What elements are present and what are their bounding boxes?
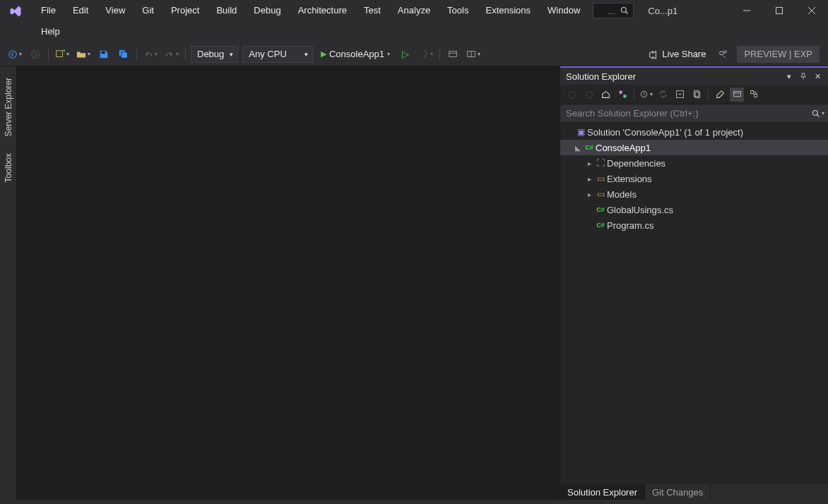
tab-git-changes[interactable]: Git Changes — [645, 484, 711, 500]
node-label: GlobalUsings.cs — [607, 205, 673, 215]
new-project-button[interactable]: +▾ — [53, 46, 71, 63]
menu-view[interactable]: View — [97, 0, 134, 21]
solution-search[interactable]: ▾ — [560, 104, 828, 123]
separator — [136, 48, 137, 61]
hot-reload-button[interactable]: ▾ — [417, 46, 435, 63]
node-label: Solution 'ConsoleApp1' (1 of 1 project) — [587, 127, 743, 138]
panel-bottom-tabs: Solution Explorer Git Changes — [560, 484, 828, 500]
tree-file-globalusings[interactable]: C# GlobalUsings.cs — [560, 202, 828, 217]
menu-edit[interactable]: Edit — [64, 0, 97, 21]
window-controls — [731, 0, 828, 21]
menu-analyze[interactable]: Analyze — [389, 0, 439, 21]
tree-folder-models[interactable]: ▸ ▭ Models — [560, 186, 828, 202]
main-area: Server Explorer Toolbox Solution Explore… — [0, 66, 828, 500]
close-icon[interactable]: ✕ — [811, 70, 824, 83]
sync-icon[interactable] — [656, 88, 670, 102]
folder-icon: ▭ — [594, 189, 607, 199]
start-nodebug-button[interactable]: ▷ — [397, 46, 414, 63]
separator — [48, 48, 49, 61]
expander-icon[interactable]: ▸ — [584, 160, 594, 167]
preview-badge[interactable]: PREVIEW | EXP — [737, 46, 820, 63]
properties-icon[interactable] — [713, 88, 727, 102]
open-file-button[interactable]: ▾ — [74, 46, 93, 63]
expander-icon[interactable]: ▸ — [584, 191, 594, 198]
panel-title: Solution Explorer — [564, 71, 781, 82]
configuration-combo[interactable]: Debug▾ — [191, 46, 238, 63]
rail-toolbox[interactable]: Toolbox — [2, 148, 15, 188]
menu-window[interactable]: Window — [539, 0, 589, 21]
node-label: Dependencies — [607, 158, 666, 169]
menu-debug[interactable]: Debug — [245, 0, 289, 21]
svg-rect-10 — [102, 51, 105, 54]
pin-icon[interactable] — [797, 70, 810, 83]
svg-point-6 — [9, 50, 17, 58]
window-position-button[interactable]: ▾ — [783, 70, 796, 83]
menu-git[interactable]: Git — [134, 0, 162, 21]
start-debug-button[interactable]: ▶ ConsoleApp1 ▾ — [317, 46, 394, 63]
menu-architecture[interactable]: Architecture — [290, 0, 355, 21]
cs-file-icon: C# — [594, 222, 607, 229]
show-all-files-icon[interactable] — [690, 88, 704, 102]
rail-server-explorer[interactable]: Server Explorer — [2, 72, 15, 142]
pending-changes-filter-icon[interactable]: ▾ — [639, 88, 653, 102]
switch-views-icon[interactable] — [615, 88, 629, 102]
svg-rect-24 — [733, 91, 740, 96]
share-icon — [648, 49, 658, 59]
save-all-button[interactable] — [115, 46, 132, 63]
tree-file-program[interactable]: C# Program.cs — [560, 217, 828, 233]
minimize-button[interactable] — [731, 0, 763, 21]
close-button[interactable] — [796, 0, 828, 21]
csproj-icon: C# — [583, 144, 596, 151]
preview-selected-icon[interactable] — [730, 88, 744, 102]
undo-button[interactable]: ▾ — [141, 46, 160, 63]
window-title: Co...p1 — [638, 3, 702, 19]
tab-solution-explorer[interactable]: Solution Explorer — [560, 484, 645, 500]
cs-file-icon: C# — [594, 206, 607, 213]
menu-project[interactable]: Project — [162, 0, 208, 21]
dependencies-icon: ⛶ — [594, 158, 607, 168]
menu-file[interactable]: File — [32, 0, 64, 21]
nav-back-button[interactable]: ▾ — [6, 46, 24, 63]
panel-toolbar: ◌ ◌ ▾ — [560, 85, 828, 104]
panel-header[interactable]: Solution Explorer ▾ ✕ — [560, 68, 828, 85]
fwd-icon[interactable]: ◌ — [581, 88, 596, 102]
maximize-button[interactable] — [763, 0, 796, 21]
liveshare-button[interactable]: Live Share — [641, 49, 713, 59]
solution-search-input[interactable] — [560, 108, 808, 119]
svg-point-16 — [724, 50, 727, 53]
svg-point-30 — [813, 110, 818, 115]
collapse-all-icon[interactable] — [673, 88, 687, 102]
search-icon[interactable]: ▾ — [808, 109, 828, 118]
tree-project-node[interactable]: ◣ C# ConsoleApp1 — [560, 140, 828, 155]
tree-dependencies-node[interactable]: ▸ ⛶ Dependencies — [560, 155, 828, 171]
separator — [708, 89, 709, 100]
platform-combo[interactable]: Any CPU▾ — [242, 46, 313, 63]
save-button[interactable] — [95, 46, 112, 63]
view-nesting-icon[interactable] — [747, 88, 761, 102]
expander-icon[interactable]: ◣ — [573, 144, 583, 152]
title-search[interactable]: ... — [593, 3, 634, 18]
browser-link-button[interactable] — [444, 46, 461, 63]
menu-build[interactable]: Build — [208, 0, 245, 21]
solution-tree[interactable]: ▣ Solution 'ConsoleApp1' (1 of 1 project… — [560, 123, 828, 484]
back-icon[interactable]: ◌ — [564, 88, 579, 102]
menu-tools[interactable]: Tools — [439, 0, 477, 21]
expander-icon[interactable]: ▸ — [584, 175, 594, 183]
solution-explorer-panel: Solution Explorer ▾ ✕ ◌ ◌ ▾ ▾ — [560, 66, 828, 500]
home-icon[interactable] — [598, 88, 613, 102]
svg-rect-26 — [750, 91, 753, 94]
tree-folder-extensions[interactable]: ▸ ▭ Extensions — [560, 171, 828, 186]
menu-help[interactable]: Help — [32, 21, 69, 42]
menu-test[interactable]: Test — [355, 0, 389, 21]
svg-rect-17 — [619, 91, 622, 94]
redo-button[interactable]: ▾ — [162, 46, 181, 63]
nav-fwd-button[interactable] — [27, 46, 44, 63]
svg-rect-18 — [623, 95, 626, 97]
layout-button[interactable]: ▾ — [464, 46, 483, 63]
tree-solution-node[interactable]: ▣ Solution 'ConsoleApp1' (1 of 1 project… — [560, 124, 828, 140]
menu-extensions[interactable]: Extensions — [477, 0, 539, 21]
toolbar: ▾ +▾ ▾ ▾ ▾ Debug▾ Any CPU▾ ▶ ConsoleApp1… — [0, 42, 828, 66]
feedback-button[interactable] — [714, 46, 731, 63]
menubar: File Edit View Git Project Build Debug A… — [30, 0, 731, 42]
svg-point-7 — [32, 50, 40, 58]
